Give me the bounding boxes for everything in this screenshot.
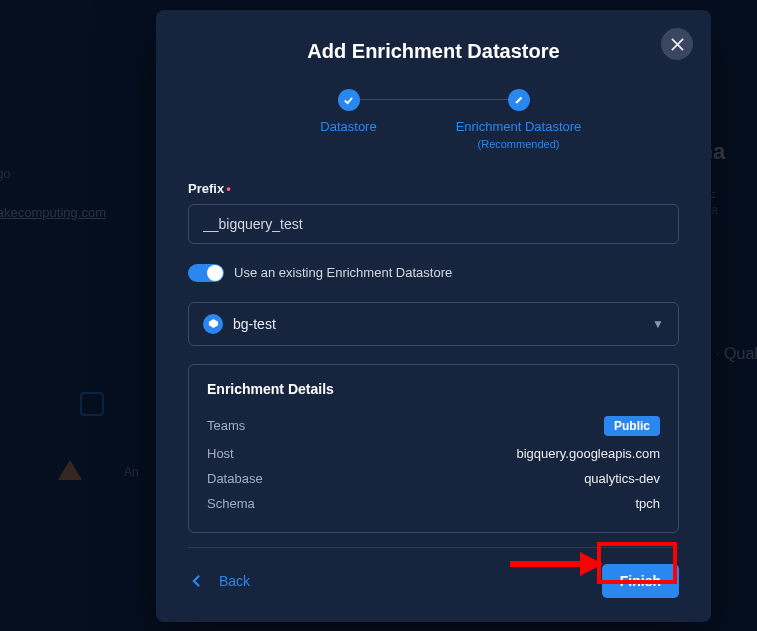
use-existing-toggle-row: Use an existing Enrichment Datastore [188, 264, 679, 282]
step-label-2: Enrichment Datastore (Recommended) [456, 119, 582, 153]
toggle-knob [207, 265, 223, 281]
chevron-down-icon: ▼ [652, 317, 664, 331]
prefix-input[interactable] [188, 204, 679, 244]
details-title: Enrichment Details [207, 381, 660, 397]
chevron-left-icon [192, 574, 201, 588]
detail-label-host: Host [207, 446, 234, 461]
datastore-select[interactable]: bg-test ▼ [188, 302, 679, 346]
detail-value-host: bigquery.googleapis.com [516, 446, 660, 461]
footer-divider [188, 547, 679, 548]
detail-label-teams: Teams [207, 418, 245, 433]
step-check-icon [338, 89, 360, 111]
detail-value-schema: tpch [635, 496, 660, 511]
detail-label-database: Database [207, 471, 263, 486]
datastore-select-value: bg-test [233, 316, 642, 332]
step-datastore[interactable]: Datastore [264, 89, 434, 136]
detail-row-host: Host bigquery.googleapis.com [207, 441, 660, 466]
use-existing-toggle[interactable] [188, 264, 224, 282]
add-enrichment-datastore-modal: Add Enrichment Datastore Datastore Enric… [156, 10, 711, 622]
stepper-line [359, 99, 509, 100]
prefix-label-text: Prefix [188, 181, 224, 196]
step-label-2-text: Enrichment Datastore [456, 119, 582, 134]
prefix-label: Prefix• [188, 181, 679, 196]
detail-value-database: qualytics-dev [584, 471, 660, 486]
step-label-1: Datastore [320, 119, 376, 136]
close-icon [671, 38, 684, 51]
stepper: Datastore Enrichment Datastore (Recommen… [188, 89, 679, 153]
required-indicator: • [226, 181, 231, 196]
back-button[interactable]: Back [188, 567, 254, 595]
modal-title: Add Enrichment Datastore [188, 40, 679, 63]
bigquery-icon [203, 314, 223, 334]
teams-public-badge: Public [604, 416, 660, 436]
step-label-2-sub: (Recommended) [478, 138, 560, 150]
detail-row-database: Database qualytics-dev [207, 466, 660, 491]
use-existing-label: Use an existing Enrichment Datastore [234, 265, 452, 280]
modal-footer: Back Finish [188, 564, 679, 598]
detail-row-teams: Teams Public [207, 411, 660, 441]
back-label: Back [219, 573, 250, 589]
enrichment-details: Enrichment Details Teams Public Host big… [188, 364, 679, 533]
step-edit-icon [508, 89, 530, 111]
finish-button[interactable]: Finish [602, 564, 679, 598]
close-button[interactable] [661, 28, 693, 60]
detail-label-schema: Schema [207, 496, 255, 511]
detail-row-schema: Schema tpch [207, 491, 660, 516]
